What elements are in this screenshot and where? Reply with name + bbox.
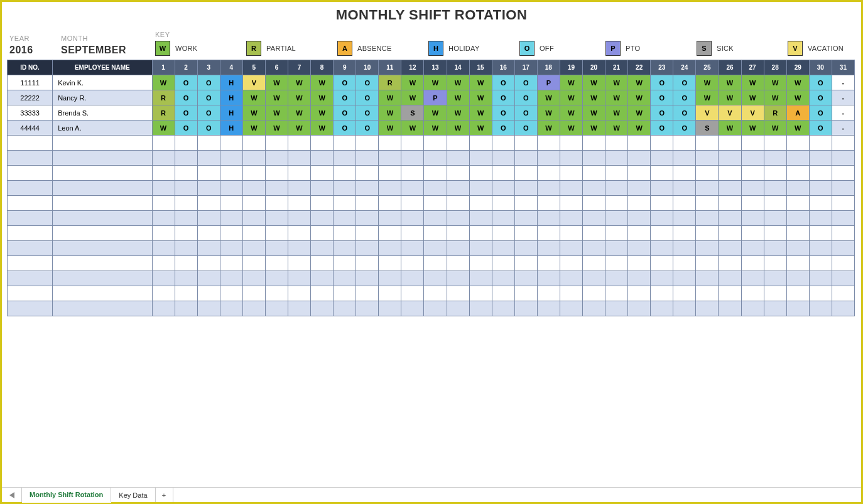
cell-day[interactable] [311, 136, 334, 151]
cell-day[interactable] [560, 286, 582, 301]
cell-day[interactable] [537, 136, 560, 151]
cell-day[interactable] [719, 256, 741, 271]
cell-day[interactable] [741, 181, 764, 196]
cell-day[interactable] [786, 301, 809, 316]
table-row[interactable] [8, 166, 855, 181]
cell-day[interactable]: W [764, 90, 786, 105]
col-day-11[interactable]: 11 [379, 60, 401, 75]
table-row[interactable] [8, 196, 855, 211]
cell-day[interactable] [492, 256, 514, 271]
cell-day[interactable] [537, 301, 560, 316]
cell-day[interactable] [719, 226, 741, 241]
cell-day[interactable]: W [582, 121, 605, 136]
cell-day[interactable] [311, 196, 334, 211]
cell-day[interactable] [741, 166, 764, 181]
cell-day[interactable]: P [424, 90, 447, 105]
cell-day[interactable] [832, 181, 854, 196]
cell-day[interactable] [696, 211, 719, 226]
cell-day[interactable] [220, 211, 242, 226]
cell-day[interactable]: O [197, 121, 220, 136]
cell-day[interactable] [560, 181, 582, 196]
cell-day[interactable] [696, 136, 719, 151]
tab-key-data[interactable]: Key Data [111, 488, 155, 502]
cell-day[interactable] [605, 256, 628, 271]
cell-day[interactable]: W [379, 105, 401, 121]
cell-day[interactable]: O [673, 90, 696, 105]
cell-day[interactable] [492, 271, 514, 286]
cell-day[interactable] [809, 181, 832, 196]
cell-day[interactable] [492, 241, 514, 256]
cell-idno[interactable] [8, 301, 53, 316]
cell-day[interactable] [220, 226, 242, 241]
cell-day[interactable] [242, 301, 265, 316]
cell-day[interactable] [220, 181, 242, 196]
cell-day[interactable]: W [424, 75, 447, 90]
cell-day[interactable] [288, 211, 310, 226]
cell-day[interactable] [265, 166, 288, 181]
cell-day[interactable]: O [492, 105, 514, 121]
cell-day[interactable] [537, 166, 560, 181]
table-row[interactable]: 22222Nancy R.ROOHWWWWOOWWPWWOOWWWWWOOWWW… [8, 90, 855, 105]
cell-day[interactable] [401, 211, 424, 226]
cell-day[interactable] [560, 226, 582, 241]
cell-idno[interactable] [8, 136, 53, 151]
cell-day[interactable] [764, 166, 786, 181]
cell-day[interactable]: - [832, 75, 854, 90]
cell-empname[interactable]: Brenda S. [53, 105, 152, 121]
cell-day[interactable] [356, 151, 379, 166]
cell-day[interactable]: R [379, 75, 401, 90]
cell-day[interactable] [447, 271, 469, 286]
cell-day[interactable]: V [741, 105, 764, 121]
cell-empname[interactable]: Leon A. [53, 121, 152, 136]
cell-day[interactable] [673, 136, 696, 151]
cell-day[interactable] [401, 136, 424, 151]
cell-day[interactable] [696, 271, 719, 286]
cell-day[interactable]: W [424, 121, 447, 136]
cell-empname[interactable] [53, 271, 152, 286]
cell-day[interactable] [447, 286, 469, 301]
cell-day[interactable] [719, 241, 741, 256]
cell-idno[interactable] [8, 181, 53, 196]
col-day-25[interactable]: 25 [696, 60, 719, 75]
cell-day[interactable] [582, 136, 605, 151]
cell-day[interactable]: W [741, 121, 764, 136]
cell-day[interactable]: O [356, 90, 379, 105]
cell-day[interactable]: W [401, 121, 424, 136]
cell-day[interactable]: W [537, 90, 560, 105]
cell-day[interactable]: W [424, 105, 447, 121]
cell-day[interactable] [447, 196, 469, 211]
cell-day[interactable]: O [809, 90, 832, 105]
cell-day[interactable]: W [242, 121, 265, 136]
cell-day[interactable] [514, 166, 537, 181]
cell-day[interactable] [242, 286, 265, 301]
cell-day[interactable] [582, 286, 605, 301]
cell-day[interactable] [673, 226, 696, 241]
cell-day[interactable]: O [356, 121, 379, 136]
cell-idno[interactable]: 44444 [8, 121, 53, 136]
cell-day[interactable] [582, 166, 605, 181]
cell-day[interactable] [628, 256, 651, 271]
cell-day[interactable]: W [265, 105, 288, 121]
cell-empname[interactable] [53, 226, 152, 241]
cell-day[interactable] [220, 136, 242, 151]
cell-day[interactable] [401, 256, 424, 271]
cell-idno[interactable] [8, 166, 53, 181]
cell-day[interactable] [424, 271, 447, 286]
cell-day[interactable]: W [379, 90, 401, 105]
cell-day[interactable]: S [696, 121, 719, 136]
cell-day[interactable] [447, 241, 469, 256]
cell-day[interactable] [265, 271, 288, 286]
cell-day[interactable] [379, 136, 401, 151]
cell-day[interactable] [582, 196, 605, 211]
cell-day[interactable]: O [492, 90, 514, 105]
cell-day[interactable] [424, 241, 447, 256]
cell-day[interactable] [809, 271, 832, 286]
cell-idno[interactable]: 22222 [8, 90, 53, 105]
cell-day[interactable] [741, 286, 764, 301]
cell-day[interactable] [469, 151, 492, 166]
cell-day[interactable] [628, 301, 651, 316]
cell-day[interactable] [651, 256, 673, 271]
table-row[interactable] [8, 136, 855, 151]
cell-day[interactable]: O [651, 75, 673, 90]
cell-empname[interactable] [53, 181, 152, 196]
